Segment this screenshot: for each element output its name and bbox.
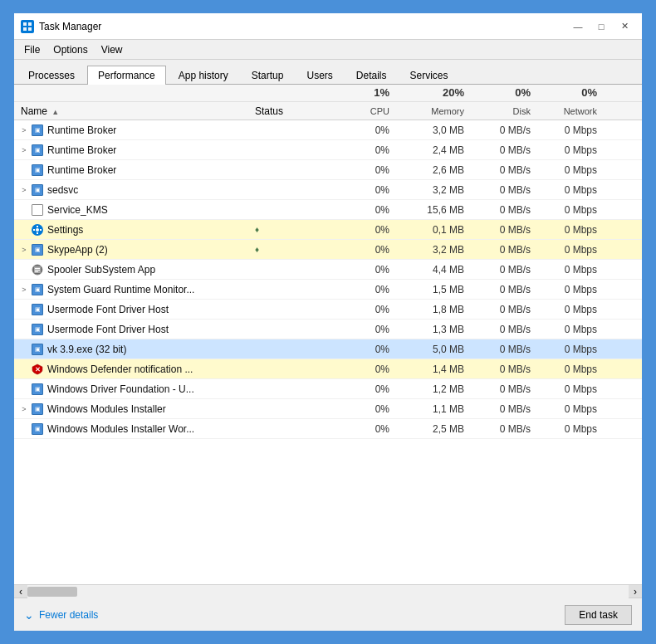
cpu-column-header[interactable]: CPU (330, 106, 396, 116)
process-icon: ▣ (31, 422, 44, 436)
process-network: 0 Mbps (537, 403, 604, 415)
table-row[interactable]: ▣Usermode Font Driver Host0%1,8 MB0 MB/s… (14, 300, 642, 320)
process-cpu: 0% (330, 124, 396, 136)
app-icon (21, 20, 34, 33)
svg-rect-1 (28, 22, 32, 26)
fewer-details-label: Fewer details (39, 609, 98, 621)
tab-users[interactable]: Users (296, 66, 343, 85)
network-column-header[interactable]: Network (537, 106, 604, 116)
tab-details[interactable]: Details (345, 66, 398, 85)
table-row[interactable]: >▣Runtime Broker0%3,0 MB0 MB/s0 Mbps (14, 120, 642, 140)
table-row[interactable]: ▣vk 3.9.exe (32 bit)0%5,0 MB0 MB/s0 Mbps (14, 339, 642, 359)
table-row[interactable]: ▣Windows Driver Foundation - U...0%1,2 M… (14, 379, 642, 399)
svg-rect-0 (23, 22, 27, 26)
process-disk: 0 MB/s (471, 423, 537, 435)
scroll-right-button[interactable]: › (629, 585, 642, 598)
process-name: Windows Modules Installer Wor... (47, 423, 255, 435)
process-icon: ▣ (31, 243, 44, 256)
svg-rect-2 (23, 27, 27, 31)
process-cpu: 0% (330, 284, 396, 295)
table-row[interactable]: Spooler SubSystem App0%4,4 MB0 MB/s0 Mbp… (14, 260, 642, 280)
process-cpu: 0% (330, 363, 396, 375)
menu-options[interactable]: Options (47, 42, 94, 57)
process-memory: 1,3 MB (396, 324, 471, 335)
close-button[interactable]: ✕ (614, 18, 635, 35)
expand-button[interactable]: > (17, 126, 31, 134)
process-memory: 3,0 MB (396, 124, 471, 136)
table-row[interactable]: Settings♦0%0,1 MB0 MB/s0 Mbps (14, 220, 642, 240)
tab-startup[interactable]: Startup (241, 66, 295, 85)
leaf-icon: ♦ (255, 225, 259, 234)
expand-button[interactable]: > (17, 405, 31, 413)
process-network: 0 Mbps (537, 324, 604, 335)
menu-file[interactable]: File (17, 42, 47, 57)
table-row[interactable]: ▣Runtime Broker0%2,6 MB0 MB/s0 Mbps (14, 160, 642, 180)
scrollbar-track[interactable] (27, 585, 629, 598)
menu-view[interactable]: View (95, 42, 130, 57)
process-memory: 3,2 MB (396, 184, 471, 196)
process-icon: ▣ (31, 144, 44, 157)
window-controls: — □ ✕ (567, 18, 635, 35)
tab-processes[interactable]: Processes (17, 66, 86, 85)
horizontal-scrollbar[interactable]: ‹ › (14, 584, 642, 598)
svg-rect-8 (40, 229, 42, 231)
process-icon: ▣ (31, 124, 44, 137)
svg-rect-3 (28, 27, 32, 31)
expand-button[interactable]: > (17, 285, 31, 294)
table-row[interactable]: ▣Usermode Font Driver Host0%1,3 MB0 MB/s… (14, 320, 642, 339)
process-memory: 4,4 MB (396, 264, 471, 276)
table-row[interactable]: ▣Windows Modules Installer Wor...0%2,5 M… (14, 419, 642, 439)
tab-services[interactable]: Services (399, 66, 459, 85)
memory-column-header[interactable]: Memory (396, 106, 471, 116)
process-network: 0 Mbps (537, 344, 604, 355)
process-name: Runtime Broker (47, 124, 255, 136)
fewer-details-button[interactable]: ⌄ Fewer details (24, 608, 98, 622)
process-status: ♦ (255, 225, 330, 234)
process-name: Windows Modules Installer (47, 403, 255, 415)
process-disk: 0 MB/s (471, 124, 537, 136)
process-disk: 0 MB/s (471, 284, 537, 295)
process-memory: 1,2 MB (396, 383, 471, 395)
process-list[interactable]: >▣Runtime Broker0%3,0 MB0 MB/s0 Mbps>▣Ru… (14, 120, 642, 584)
table-row[interactable]: >▣Windows Modules Installer0%1,1 MB0 MB/… (14, 399, 642, 419)
expand-button[interactable]: > (17, 146, 31, 154)
status-column-header[interactable]: Status (255, 105, 330, 117)
table-row[interactable]: >▣SkypeApp (2)♦0%3,2 MB0 MB/s0 Mbps (14, 240, 642, 260)
svg-rect-11 (35, 268, 40, 269)
expand-button[interactable]: > (17, 186, 31, 194)
tab-performance[interactable]: Performance (87, 66, 166, 85)
scroll-left-button[interactable]: ‹ (14, 585, 27, 598)
minimize-button[interactable]: — (567, 18, 589, 35)
process-memory: 15,6 MB (396, 204, 471, 216)
table-row[interactable]: >▣sedsvc0%3,2 MB0 MB/s0 Mbps (14, 180, 642, 200)
tab-app-history[interactable]: App history (168, 66, 239, 85)
process-disk: 0 MB/s (471, 244, 537, 256)
expand-button[interactable]: > (17, 246, 31, 254)
table-row[interactable]: Service_KMS0%15,6 MB0 MB/s0 Mbps (14, 200, 642, 220)
process-memory: 2,4 MB (396, 144, 471, 156)
end-task-button[interactable]: End task (565, 605, 632, 625)
svg-rect-5 (37, 226, 38, 227)
menu-bar: File Options View (14, 40, 642, 60)
process-status: ♦ (255, 245, 330, 254)
maximize-button[interactable]: □ (590, 18, 612, 35)
table-row[interactable]: >▣Runtime Broker0%2,4 MB0 MB/s0 Mbps (14, 140, 642, 160)
process-cpu: 0% (330, 403, 396, 415)
process-disk: 0 MB/s (471, 304, 537, 315)
table-row[interactable]: >▣System Guard Runtime Monitor...0%1,5 M… (14, 280, 642, 300)
disk-column-header[interactable]: Disk (471, 106, 537, 116)
process-memory: 1,1 MB (396, 403, 471, 415)
process-network: 0 Mbps (537, 244, 604, 256)
window-title: Task Manager (39, 21, 567, 32)
name-column-header[interactable]: Name ▲ (14, 105, 255, 117)
process-name: Service_KMS (47, 204, 255, 216)
process-icon (31, 203, 44, 217)
process-memory: 3,2 MB (396, 244, 471, 256)
scrollbar-thumb[interactable] (27, 587, 77, 597)
table-row[interactable]: ✕Windows Defender notification ...0%1,4 … (14, 359, 642, 379)
process-name: Spooler SubSystem App (47, 264, 255, 276)
process-disk: 0 MB/s (471, 164, 537, 176)
chevron-down-icon: ⌄ (24, 608, 34, 622)
process-icon: ▣ (31, 323, 44, 336)
process-network: 0 Mbps (537, 363, 604, 375)
